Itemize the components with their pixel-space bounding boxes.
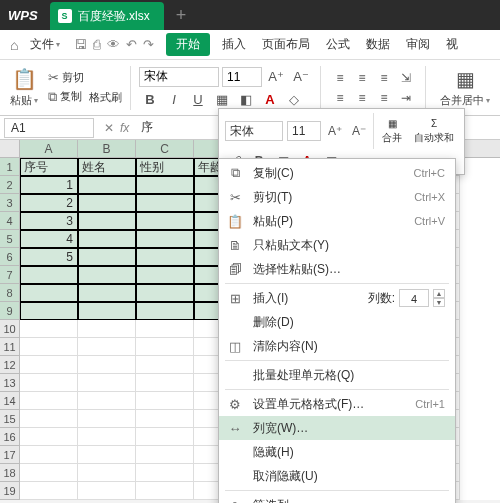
increase-font-button[interactable]: A⁺ — [265, 67, 287, 87]
cell[interactable] — [78, 284, 136, 302]
menu-delete[interactable]: 删除(D) — [219, 310, 455, 334]
paste-button[interactable]: 📋 粘贴▾ — [4, 63, 44, 113]
row-header[interactable]: 2 — [0, 176, 20, 194]
clear-format-button[interactable]: ◇ — [283, 90, 305, 110]
cell[interactable] — [136, 248, 194, 266]
select-all-corner[interactable] — [0, 140, 20, 157]
align-right-button[interactable]: ≡ — [373, 89, 395, 107]
cell[interactable] — [78, 428, 136, 446]
row-header[interactable]: 7 — [0, 266, 20, 284]
col-header-B[interactable]: B — [78, 140, 136, 157]
mini-font-name[interactable]: 宋体 — [225, 121, 283, 141]
cell[interactable] — [136, 194, 194, 212]
underline-button[interactable]: U — [187, 90, 209, 110]
cancel-formula-icon[interactable]: ✕ — [104, 121, 114, 135]
menu-batch[interactable]: 批量处理单元格(Q) — [219, 363, 455, 387]
font-name-combo[interactable] — [139, 67, 219, 87]
cell[interactable] — [78, 248, 136, 266]
cell[interactable] — [136, 374, 194, 392]
cell[interactable] — [78, 446, 136, 464]
col-count-input[interactable]: 4 — [399, 289, 429, 307]
align-bottom-button[interactable]: ≡ — [373, 69, 395, 87]
align-center-button[interactable]: ≡ — [351, 89, 373, 107]
menu-clear[interactable]: ◫清除内容(N) — [219, 334, 455, 358]
cell[interactable] — [78, 212, 136, 230]
row-header[interactable]: 10 — [0, 320, 20, 338]
align-left-button[interactable]: ≡ — [329, 89, 351, 107]
row-header[interactable]: 16 — [0, 428, 20, 446]
cell[interactable] — [136, 302, 194, 320]
italic-button[interactable]: I — [163, 90, 185, 110]
cell[interactable] — [78, 356, 136, 374]
cell[interactable] — [20, 338, 78, 356]
home-button[interactable]: ⌂ — [4, 33, 24, 57]
print-icon[interactable]: ⎙ — [93, 37, 101, 52]
cell[interactable] — [20, 284, 78, 302]
col-header-A[interactable]: A — [20, 140, 78, 157]
row-header[interactable]: 1 — [0, 158, 20, 176]
col-header-C[interactable]: C — [136, 140, 194, 157]
cell[interactable]: 4 — [20, 230, 78, 248]
cell[interactable] — [20, 374, 78, 392]
cell[interactable] — [78, 230, 136, 248]
row-header[interactable]: 3 — [0, 194, 20, 212]
fill-color-button[interactable]: ◧ — [235, 90, 257, 110]
file-menu[interactable]: 文件 ▾ — [24, 32, 66, 57]
menu-format-cells[interactable]: ⚙设置单元格格式(F)…Ctrl+1 — [219, 392, 455, 416]
mini-increase-font[interactable]: A⁺ — [325, 122, 345, 140]
row-header[interactable]: 8 — [0, 284, 20, 302]
undo-icon[interactable]: ↶ — [126, 37, 137, 52]
merge-center-button[interactable]: ▦ 合并居中▾ — [434, 63, 496, 113]
format-painter-button[interactable]: 格式刷 — [89, 90, 122, 105]
mini-font-size[interactable]: 11 — [287, 121, 321, 141]
cell[interactable]: 姓名 — [78, 158, 136, 176]
row-header[interactable]: 6 — [0, 248, 20, 266]
indent-button[interactable]: ⇥ — [395, 89, 417, 107]
bold-button[interactable]: B — [139, 90, 161, 110]
ribbon-tab-view[interactable]: 视 — [438, 32, 466, 57]
cell[interactable] — [136, 230, 194, 248]
row-header[interactable]: 13 — [0, 374, 20, 392]
cell[interactable] — [78, 176, 136, 194]
copy-button[interactable]: ⧉复制 — [48, 89, 82, 105]
menu-copy[interactable]: ⧉复制(C)Ctrl+C — [219, 161, 455, 185]
cell[interactable]: 性别 — [136, 158, 194, 176]
cell[interactable] — [136, 284, 194, 302]
row-header[interactable]: 12 — [0, 356, 20, 374]
row-header[interactable]: 17 — [0, 446, 20, 464]
cell[interactable]: 序号 — [20, 158, 78, 176]
cell[interactable] — [78, 410, 136, 428]
ribbon-tab-data[interactable]: 数据 — [358, 32, 398, 57]
orientation-button[interactable]: ⇲ — [395, 69, 417, 87]
align-middle-button[interactable]: ≡ — [351, 69, 373, 87]
ribbon-tab-insert[interactable]: 插入 — [214, 32, 254, 57]
cell[interactable]: 5 — [20, 248, 78, 266]
menu-paste-text[interactable]: 🗎只粘贴文本(Y) — [219, 233, 455, 257]
menu-paste[interactable]: 📋粘贴(P)Ctrl+V — [219, 209, 455, 233]
cell[interactable] — [136, 410, 194, 428]
cell[interactable] — [136, 446, 194, 464]
cell[interactable] — [20, 482, 78, 500]
cell[interactable] — [78, 320, 136, 338]
menu-filter[interactable]: ⫯筛选列 — [219, 493, 455, 503]
cell[interactable] — [136, 266, 194, 284]
ribbon-tab-layout[interactable]: 页面布局 — [254, 32, 318, 57]
cut-button[interactable]: ✂剪切 — [48, 69, 122, 86]
mini-merge-button[interactable]: ▦合并 — [378, 118, 406, 145]
border-button[interactable]: ▦ — [211, 90, 233, 110]
cell[interactable] — [20, 464, 78, 482]
cell[interactable] — [78, 392, 136, 410]
row-header[interactable]: 5 — [0, 230, 20, 248]
ribbon-tab-home[interactable]: 开始 — [166, 33, 210, 56]
ribbon-tab-review[interactable]: 审阅 — [398, 32, 438, 57]
cell[interactable] — [78, 302, 136, 320]
cell[interactable] — [136, 320, 194, 338]
cell[interactable]: 3 — [20, 212, 78, 230]
menu-hide[interactable]: 隐藏(H) — [219, 440, 455, 464]
menu-cut[interactable]: ✂剪切(T)Ctrl+X — [219, 185, 455, 209]
font-color-button[interactable]: A — [259, 90, 281, 110]
row-header[interactable]: 9 — [0, 302, 20, 320]
col-count-stepper[interactable]: ▲▼ — [433, 289, 445, 307]
mini-decrease-font[interactable]: A⁻ — [349, 122, 369, 140]
menu-unhide[interactable]: 取消隐藏(U) — [219, 464, 455, 488]
